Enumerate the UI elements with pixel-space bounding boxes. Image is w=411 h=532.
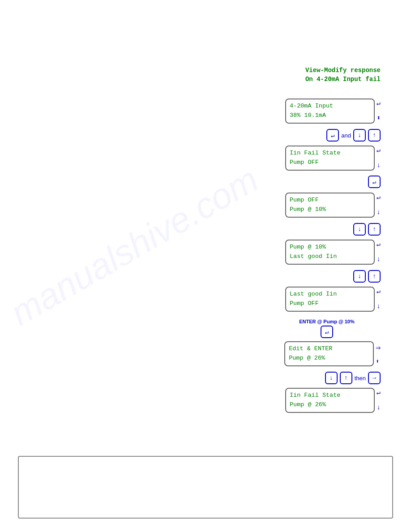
enter-btn-1[interactable]: ↵ [326,129,339,142]
box2-down-icon[interactable]: ↓ [377,162,381,169]
bottom-box [18,456,393,519]
display-box-2: Iin Fail State Pump OFF [285,146,375,171]
box4-line2: Last good Iin [290,252,370,262]
up-btn-4[interactable]: ↑ [368,270,381,283]
controls-row-2: ↵ [368,176,381,188]
box1-side-icons: ↵ ⬍ [377,99,381,124]
then-label: then [355,375,366,382]
page-content: manualshive.com View-Modify response On … [0,0,411,532]
box2-enter-icon[interactable]: ↵ [377,147,381,154]
display-box-7: Iin Fail State Pump @ 26% [285,388,375,413]
box5-line2: Pump OFF [290,299,370,309]
box7-side-icons: ↵ ↓ [377,388,381,413]
box3-line2: Pump @ 10% [290,205,370,215]
box1-down-icon[interactable]: ⬍ [377,115,381,122]
display-row-2: Iin Fail State Pump OFF ↵ ↓ [285,146,381,171]
header-line1: View-Modify response [305,66,381,75]
down-btn-1[interactable]: ↓ [353,129,366,142]
down-btn-6[interactable]: ↓ [325,372,338,384]
box5-down-icon[interactable]: ↓ [377,303,381,310]
box7-down-icon[interactable]: ↓ [377,404,381,411]
center-enter-row: ↵ [273,326,381,338]
box3-down-icon[interactable]: ↓ [377,209,381,216]
controls-row-6: ↓ ↑ then → [325,372,381,384]
display-row-7: Iin Fail State Pump @ 26% ↵ ↓ [285,388,381,413]
controls-row-1: ↵ and ↓ ↑ [326,129,381,142]
up-btn-3[interactable]: ↑ [368,223,381,236]
header-title: View-Modify response On 4-20mA Input fai… [305,66,381,84]
down-btn-4[interactable]: ↓ [353,270,366,283]
display-row-3: Pump OFF Pump @ 10% ↵ ↓ [285,193,381,218]
box2-line2: Pump OFF [290,158,370,167]
display-row-1: 4-20mA Input 38% 10.1mA ↵ ⬍ [285,99,381,124]
small-label-enter: ENTER @ Pump @ 10% [273,319,381,324]
display-box-3: Pump OFF Pump @ 10% [285,193,375,218]
display-row-4: Pump @ 10% Last good Iin ↵ ↓ [285,240,381,265]
down-btn-3[interactable]: ↓ [353,223,366,236]
and-label-1: and [341,132,351,139]
display-box-5: Last good Iin Pump OFF [285,287,375,312]
box5-side-icons: ↵ ↓ [377,287,381,312]
box7-line1: Iin Fail State [290,391,370,400]
display-row-6: Edit & ENTER Pump @ 26% ⇒ ⬍ [284,341,381,366]
up-btn-6[interactable]: ↑ [340,372,352,384]
display-box-4: Pump @ 10% Last good Iin [285,240,375,265]
display-box-1: 4-20mA Input 38% 10.1mA [285,99,375,124]
box6-right-arrow-icon[interactable]: ⇒ [376,344,381,352]
box3-line1: Pump OFF [290,196,370,205]
box2-line1: Iin Fail State [290,149,370,158]
display-box-6: Edit & ENTER Pump @ 26% [284,341,374,366]
box6-line2: Pump @ 26% [289,354,369,363]
display-row-5: Last good Iin Pump OFF ↵ ↓ [285,287,381,312]
box6-line1: Edit & ENTER [289,344,369,354]
box7-enter-icon[interactable]: ↵ [377,390,381,396]
box3-side-icons: ↵ ↓ [377,193,381,218]
box1-line1: 4-20mA Input [290,102,370,111]
box1-line2: 38% 10.1mA [290,111,370,120]
box6-side-icons: ⇒ ⬍ [376,341,381,366]
watermark: manualshive.com [22,134,246,358]
box6-updown-icon[interactable]: ⬍ [376,359,381,365]
controls-row-4: ↓ ↑ [353,270,381,283]
box7-line2: Pump @ 26% [290,400,370,410]
up-btn-1[interactable]: ↑ [368,129,381,142]
box4-enter-icon[interactable]: ↵ [377,241,381,248]
enter-btn-5[interactable]: ↵ [321,326,333,338]
enter-btn-2[interactable]: ↵ [368,176,381,188]
right-btn-6[interactable]: → [368,372,381,384]
box3-enter-icon[interactable]: ↵ [377,194,381,201]
header-line2: On 4-20mA Input fail [305,75,381,84]
box5-enter-icon[interactable]: ↵ [377,288,381,295]
box4-down-icon[interactable]: ↓ [377,256,381,263]
controls-row-3: ↓ ↑ [353,223,381,236]
box5-line1: Last good Iin [290,290,370,299]
box2-side-icons: ↵ ↓ [377,146,381,171]
box4-side-icons: ↵ ↓ [377,240,381,265]
box1-enter-icon[interactable]: ↵ [377,100,381,107]
box4-line1: Pump @ 10% [290,243,370,252]
